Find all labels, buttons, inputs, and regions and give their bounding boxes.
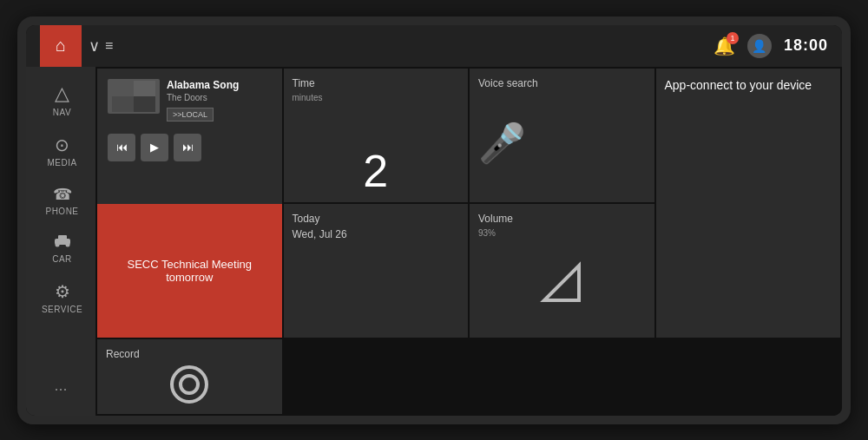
sidebar-label-phone: PHONE — [45, 207, 78, 216]
svg-point-2 — [55, 242, 59, 246]
device-frame: ⌂ ∨ ≡ 🔔 1 👤 18:00 — [17, 16, 851, 424]
main-content: △ NAV ⊙ MEDIA ☎ PHONE — [26, 67, 842, 416]
tile-calendar[interactable]: Today Wed, Jul 26 — [284, 204, 469, 338]
clock-display: 18:00 — [784, 36, 828, 55]
time-value: 2 — [293, 148, 460, 194]
sidebar-label-car: CAR — [52, 254, 72, 264]
media-icon: ⊙ — [55, 135, 69, 155]
album-art — [108, 79, 160, 114]
prev-button[interactable]: ⏮ — [108, 134, 135, 161]
voice-title: Voice search — [478, 77, 538, 89]
tile-app-connect[interactable]: App-connect to your device — [656, 69, 841, 338]
microphone-icon: 🎤 — [478, 121, 526, 166]
car-icon — [52, 233, 73, 252]
local-badge: >>LOCAL — [167, 108, 214, 121]
sidebar-label-media: MEDIA — [47, 158, 76, 167]
play-button[interactable]: ▶ — [141, 134, 168, 161]
svg-rect-6 — [134, 96, 155, 112]
volume-title: Volume — [478, 213, 646, 225]
user-avatar[interactable]: 👤 — [747, 34, 772, 58]
volume-percent: 93% — [478, 228, 646, 238]
svg-point-10 — [172, 367, 207, 402]
record-title: Record — [106, 348, 273, 360]
service-icon: ⚙ — [55, 281, 70, 302]
next-button[interactable]: ⏭ — [174, 134, 201, 161]
music-text: Alabama Song The Doors >>LOCAL — [167, 79, 272, 121]
nav-icon: △ — [55, 82, 69, 105]
tile-voice-search[interactable]: Voice search 🎤 — [470, 69, 654, 202]
music-controls: ⏮ ▶ ⏭ — [108, 134, 272, 161]
tiles-grid: Alabama Song The Doors >>LOCAL ⏮ ▶ ⏭ Tim… — [95, 67, 842, 416]
sidebar-item-phone[interactable]: ☎ PHONE — [26, 176, 95, 225]
chevron-down-icon: ∨ — [89, 36, 100, 56]
phone-icon: ☎ — [53, 185, 72, 204]
calendar-title: Today — [293, 213, 460, 225]
sidebar-label-service: SERVICE — [42, 305, 82, 314]
menu-button[interactable]: ∨ ≡ — [89, 36, 113, 56]
music-title: Alabama Song — [167, 79, 272, 91]
sidebar: △ NAV ⊙ MEDIA ☎ PHONE — [26, 67, 95, 416]
sidebar-label-nav: NAV — [53, 108, 71, 117]
tile-time[interactable]: Time minutes 2 — [284, 69, 469, 202]
more-button[interactable]: ··· — [54, 370, 67, 409]
svg-rect-8 — [134, 81, 155, 96]
tile-record[interactable]: Record — [97, 339, 282, 414]
volume-icon — [540, 261, 583, 305]
event-text: SECC Technical Meeting tomorrow — [106, 258, 273, 284]
tile-volume[interactable]: Volume 93% — [470, 204, 654, 338]
time-tile-title: Time — [293, 77, 460, 89]
time-tile-subtitle: minutes — [293, 93, 460, 102]
sidebar-item-nav[interactable]: △ NAV — [26, 74, 95, 126]
svg-marker-9 — [544, 266, 579, 300]
svg-rect-1 — [58, 235, 67, 240]
appconnect-title: App-connect to your device — [665, 77, 832, 95]
svg-point-3 — [65, 242, 69, 246]
svg-rect-5 — [112, 81, 134, 96]
hamburger-icon: ≡ — [105, 38, 113, 54]
calendar-date: Wed, Jul 26 — [293, 228, 460, 240]
music-info: Alabama Song The Doors >>LOCAL — [108, 79, 272, 121]
home-button[interactable]: ⌂ — [40, 25, 82, 67]
notification-bell[interactable]: 🔔 1 — [713, 36, 735, 56]
home-icon: ⌂ — [56, 36, 66, 56]
svg-point-11 — [181, 376, 198, 393]
record-icon — [168, 364, 210, 405]
sidebar-item-car[interactable]: CAR — [26, 225, 95, 273]
sidebar-item-media[interactable]: ⊙ MEDIA — [26, 126, 95, 176]
notification-badge: 1 — [727, 32, 739, 44]
svg-rect-7 — [112, 96, 134, 112]
sidebar-item-service[interactable]: ⚙ SERVICE — [26, 273, 95, 323]
top-bar-right: 🔔 1 👤 18:00 — [713, 34, 828, 58]
tile-event[interactable]: SECC Technical Meeting tomorrow — [97, 204, 282, 338]
top-bar-left: ⌂ ∨ ≡ — [40, 25, 113, 67]
music-artist: The Doors — [167, 93, 272, 102]
user-icon: 👤 — [752, 39, 766, 53]
top-bar: ⌂ ∨ ≡ 🔔 1 👤 18:00 — [26, 25, 842, 67]
screen: ⌂ ∨ ≡ 🔔 1 👤 18:00 — [26, 25, 842, 416]
